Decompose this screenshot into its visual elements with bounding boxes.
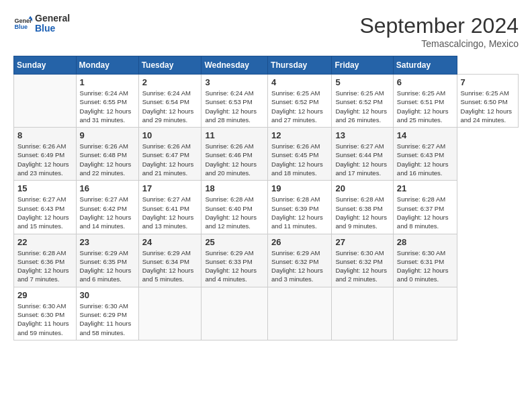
day-header-tuesday: Tuesday <box>138 56 202 75</box>
day-number: 23 <box>80 237 135 247</box>
calendar-cell: 2 Sunrise: 6:24 AM Sunset: 6:54 PM Dayli… <box>138 75 202 128</box>
calendar-cell: 5 Sunrise: 6:25 AM Sunset: 6:52 PM Dayli… <box>332 75 393 128</box>
day-number: 11 <box>205 130 264 140</box>
day-number: 10 <box>142 130 198 140</box>
title-area: September 2024 Temascalcingo, Mexico <box>359 13 519 49</box>
week-row-4: 22 Sunrise: 6:28 AM Sunset: 6:36 PM Dayl… <box>14 234 519 287</box>
calendar-cell: 4 Sunrise: 6:25 AM Sunset: 6:52 PM Dayli… <box>268 75 332 128</box>
calendar-cell: 22 Sunrise: 6:28 AM Sunset: 6:36 PM Dayl… <box>14 234 77 287</box>
day-info: Sunrise: 6:29 AM Sunset: 6:32 PM Dayligh… <box>271 248 328 284</box>
day-number: 16 <box>80 183 135 193</box>
calendar-cell <box>202 287 268 340</box>
day-info: Sunrise: 6:26 AM Sunset: 6:45 PM Dayligh… <box>271 142 328 177</box>
day-number: 30 <box>80 290 135 300</box>
day-number: 5 <box>335 77 389 87</box>
calendar-cell: 13 Sunrise: 6:27 AM Sunset: 6:44 PM Dayl… <box>332 128 393 181</box>
day-info: Sunrise: 6:24 AM Sunset: 6:53 PM Dayligh… <box>205 89 264 124</box>
calendar-cell: 8 Sunrise: 6:26 AM Sunset: 6:49 PM Dayli… <box>14 128 77 181</box>
calendar-cell <box>393 287 457 340</box>
day-number: 19 <box>271 183 328 193</box>
day-number: 20 <box>335 183 389 193</box>
day-number: 2 <box>142 77 198 87</box>
day-info: Sunrise: 6:29 AM Sunset: 6:35 PM Dayligh… <box>80 248 135 284</box>
page-header: General Blue General Blue September 2024… <box>13 13 519 49</box>
day-info: Sunrise: 6:29 AM Sunset: 6:34 PM Dayligh… <box>142 248 198 284</box>
day-number: 29 <box>17 290 73 300</box>
day-info: Sunrise: 6:26 AM Sunset: 6:47 PM Dayligh… <box>142 142 198 177</box>
day-header-thursday: Thursday <box>268 56 332 75</box>
svg-text:Blue: Blue <box>14 24 28 31</box>
calendar-cell: 15 Sunrise: 6:27 AM Sunset: 6:43 PM Dayl… <box>14 181 77 234</box>
day-info: Sunrise: 6:24 AM Sunset: 6:55 PM Dayligh… <box>80 89 135 124</box>
day-info: Sunrise: 6:30 AM Sunset: 6:30 PM Dayligh… <box>17 302 73 337</box>
day-info: Sunrise: 6:26 AM Sunset: 6:46 PM Dayligh… <box>205 142 264 177</box>
day-info: Sunrise: 6:24 AM Sunset: 6:54 PM Dayligh… <box>142 89 198 124</box>
calendar-table: SundayMondayTuesdayWednesdayThursdayFrid… <box>13 56 519 340</box>
day-info: Sunrise: 6:26 AM Sunset: 6:49 PM Dayligh… <box>17 142 73 177</box>
day-header-saturday: Saturday <box>393 56 457 75</box>
calendar-header-row: SundayMondayTuesdayWednesdayThursdayFrid… <box>14 56 519 75</box>
day-info: Sunrise: 6:25 AM Sunset: 6:52 PM Dayligh… <box>271 89 328 124</box>
calendar-cell: 28 Sunrise: 6:30 AM Sunset: 6:31 PM Dayl… <box>393 234 457 287</box>
calendar-cell: 19 Sunrise: 6:28 AM Sunset: 6:39 PM Dayl… <box>268 181 332 234</box>
day-number: 4 <box>271 77 328 87</box>
calendar-cell: 21 Sunrise: 6:28 AM Sunset: 6:37 PM Dayl… <box>393 181 457 234</box>
day-info: Sunrise: 6:27 AM Sunset: 6:43 PM Dayligh… <box>397 142 453 177</box>
day-number: 14 <box>397 130 453 140</box>
day-number: 9 <box>80 130 135 140</box>
week-row-5: 29 Sunrise: 6:30 AM Sunset: 6:30 PM Dayl… <box>14 287 519 340</box>
week-row-3: 15 Sunrise: 6:27 AM Sunset: 6:43 PM Dayl… <box>14 181 519 234</box>
day-number: 6 <box>397 77 453 87</box>
day-info: Sunrise: 6:28 AM Sunset: 6:40 PM Dayligh… <box>205 195 264 230</box>
calendar-cell <box>138 287 202 340</box>
day-info: Sunrise: 6:30 AM Sunset: 6:31 PM Dayligh… <box>397 248 453 284</box>
month-title: September 2024 <box>359 13 519 38</box>
calendar-cell: 9 Sunrise: 6:26 AM Sunset: 6:48 PM Dayli… <box>76 128 138 181</box>
week-row-2: 8 Sunrise: 6:26 AM Sunset: 6:49 PM Dayli… <box>14 128 519 181</box>
day-number: 21 <box>397 183 453 193</box>
calendar-cell: 14 Sunrise: 6:27 AM Sunset: 6:43 PM Dayl… <box>393 128 457 181</box>
calendar-cell: 16 Sunrise: 6:27 AM Sunset: 6:42 PM Dayl… <box>76 181 138 234</box>
day-info: Sunrise: 6:27 AM Sunset: 6:42 PM Dayligh… <box>80 195 135 230</box>
logo-text-blue: Blue <box>35 24 70 34</box>
day-number: 26 <box>271 237 328 247</box>
logo-icon: General Blue <box>13 14 32 33</box>
calendar-cell: 29 Sunrise: 6:30 AM Sunset: 6:30 PM Dayl… <box>14 287 77 340</box>
day-info: Sunrise: 6:28 AM Sunset: 6:39 PM Dayligh… <box>271 195 328 230</box>
day-header-wednesday: Wednesday <box>202 56 268 75</box>
calendar-cell: 11 Sunrise: 6:26 AM Sunset: 6:46 PM Dayl… <box>202 128 268 181</box>
day-info: Sunrise: 6:27 AM Sunset: 6:43 PM Dayligh… <box>17 195 73 230</box>
calendar-cell: 17 Sunrise: 6:27 AM Sunset: 6:41 PM Dayl… <box>138 181 202 234</box>
calendar-cell: 20 Sunrise: 6:28 AM Sunset: 6:38 PM Dayl… <box>332 181 393 234</box>
logo-text-general: General <box>35 13 70 24</box>
calendar-cell: 27 Sunrise: 6:30 AM Sunset: 6:32 PM Dayl… <box>332 234 393 287</box>
day-number: 7 <box>461 77 515 87</box>
day-number: 24 <box>142 237 198 247</box>
calendar-cell: 1 Sunrise: 6:24 AM Sunset: 6:55 PM Dayli… <box>76 75 138 128</box>
day-number: 8 <box>17 130 73 140</box>
calendar-cell: 25 Sunrise: 6:29 AM Sunset: 6:33 PM Dayl… <box>202 234 268 287</box>
day-number: 12 <box>271 130 328 140</box>
day-header-friday: Friday <box>332 56 393 75</box>
day-number: 25 <box>205 237 264 247</box>
day-number: 13 <box>335 130 389 140</box>
day-info: Sunrise: 6:29 AM Sunset: 6:33 PM Dayligh… <box>205 248 264 284</box>
day-number: 18 <box>205 183 264 193</box>
day-info: Sunrise: 6:25 AM Sunset: 6:50 PM Dayligh… <box>461 89 515 124</box>
location-subtitle: Temascalcingo, Mexico <box>359 38 519 49</box>
week-row-1: 1 Sunrise: 6:24 AM Sunset: 6:55 PM Dayli… <box>14 75 519 128</box>
calendar-cell <box>268 287 332 340</box>
calendar-cell: 24 Sunrise: 6:29 AM Sunset: 6:34 PM Dayl… <box>138 234 202 287</box>
calendar-cell: 3 Sunrise: 6:24 AM Sunset: 6:53 PM Dayli… <box>202 75 268 128</box>
day-header-monday: Monday <box>76 56 138 75</box>
day-number: 3 <box>205 77 264 87</box>
day-info: Sunrise: 6:27 AM Sunset: 6:44 PM Dayligh… <box>335 142 389 177</box>
day-info: Sunrise: 6:26 AM Sunset: 6:48 PM Dayligh… <box>80 142 135 177</box>
calendar-cell: 12 Sunrise: 6:26 AM Sunset: 6:45 PM Dayl… <box>268 128 332 181</box>
day-number: 17 <box>142 183 198 193</box>
day-info: Sunrise: 6:28 AM Sunset: 6:38 PM Dayligh… <box>335 195 389 230</box>
logo: General Blue General Blue <box>13 13 70 34</box>
calendar-cell <box>14 75 77 128</box>
calendar-cell <box>332 287 393 340</box>
calendar-cell: 23 Sunrise: 6:29 AM Sunset: 6:35 PM Dayl… <box>76 234 138 287</box>
